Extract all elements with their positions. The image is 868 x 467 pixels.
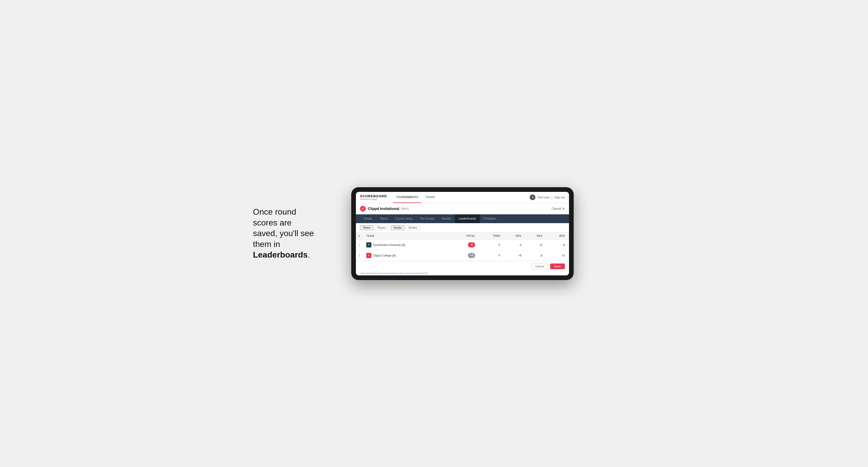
- tab-printables[interactable]: Printables: [480, 214, 500, 223]
- footer-cancel-button[interactable]: Cancel: [531, 263, 548, 270]
- tab-teams[interactable]: Teams: [376, 214, 392, 223]
- table-row: 1 S Scoreboard University [A] -5 F -4 +5…: [356, 240, 569, 250]
- nav-teams[interactable]: TEAMS: [422, 192, 438, 203]
- cell-rd1: -4: [503, 240, 524, 250]
- filter-strokes[interactable]: Strokes: [406, 225, 420, 230]
- score-badge: +3: [468, 253, 475, 258]
- team-logo: C: [366, 253, 371, 258]
- page-wrapper: Once round scores are saved, you'll see …: [253, 187, 615, 280]
- url-bar: https://stage-blue-coach.stageskoreboard…: [356, 272, 569, 275]
- cell-rank: 1: [356, 240, 364, 250]
- footer-save-button[interactable]: Save: [550, 263, 565, 269]
- col-total: TOTAL: [450, 232, 478, 240]
- team-name: Clippd College [A]: [373, 254, 396, 257]
- filter-teams[interactable]: Teams: [360, 225, 373, 230]
- cell-team: C Clippd College [A]: [364, 250, 450, 261]
- nav-links: TOURNAMENTS TEAMS: [393, 192, 530, 203]
- team-name: Scoreboard University [A]: [373, 243, 405, 246]
- tournament-gender: (Men): [401, 207, 409, 211]
- cell-thru: F: [478, 240, 503, 250]
- tablet-device: SCOREBOARD Powered by clippd TOURNAMENTS…: [351, 187, 574, 280]
- close-icon: ✕: [562, 207, 565, 211]
- desc-line2: scores are: [253, 218, 291, 227]
- cell-total: +3: [450, 250, 478, 261]
- desc-line1: Once round: [253, 207, 296, 216]
- filter-players[interactable]: Players: [374, 225, 389, 230]
- powered-by: Powered by clippd: [360, 198, 387, 200]
- col-thru: THRU: [478, 232, 503, 240]
- nav-tournaments[interactable]: TOURNAMENTS: [393, 192, 421, 203]
- tournament-icon: C: [360, 206, 366, 212]
- tournament-name: Clippd Invitational: [368, 207, 399, 211]
- tab-nav: Details Teams Course Setup Tee Groups Re…: [356, 214, 569, 223]
- content-area: # TEAM TOTAL THRU RD1 RD2 RD3 1 S: [356, 232, 569, 261]
- brand-name: clippd: [371, 198, 377, 200]
- table-row: 2 C Clippd College [A] +3 F +8 -8 +3: [356, 250, 569, 261]
- col-rd3: RD3: [545, 232, 569, 240]
- tournament-header: C Clippd Invitational (Men) Cancel ✕: [356, 203, 569, 214]
- cell-thru: F: [478, 250, 503, 261]
- tournament-cancel-button[interactable]: Cancel ✕: [552, 207, 565, 211]
- cell-rd3: -6: [545, 240, 569, 250]
- logo-area: SCOREBOARD Powered by clippd: [360, 194, 387, 200]
- cell-rd2: -8: [524, 250, 545, 261]
- top-nav: SCOREBOARD Powered by clippd TOURNAMENTS…: [356, 192, 569, 203]
- col-rank: #: [356, 232, 364, 240]
- user-name: Test User: [537, 196, 549, 199]
- col-rd2: RD2: [524, 232, 545, 240]
- avatar: S: [530, 194, 535, 200]
- tab-details[interactable]: Details: [360, 214, 376, 223]
- col-rd1: RD1: [503, 232, 524, 240]
- cell-rank: 2: [356, 250, 364, 261]
- table-header-row: # TEAM TOTAL THRU RD1 RD2 RD3: [356, 232, 569, 240]
- filter-bar: Teams Players Scores Strokes: [356, 223, 569, 232]
- cell-team: S Scoreboard University [A]: [364, 240, 450, 250]
- tab-course-setup[interactable]: Course Setup: [392, 214, 416, 223]
- url-text: https://stage-blue-coach.stageskoreboard…: [360, 272, 428, 274]
- tab-tee-groups[interactable]: Tee Groups: [416, 214, 438, 223]
- user-area: S Test User | Sign out: [530, 194, 565, 200]
- sign-out-link[interactable]: Sign out: [555, 196, 565, 199]
- cell-rd2: +5: [524, 240, 545, 250]
- left-description: Once round scores are saved, you'll see …: [253, 207, 336, 260]
- tab-results[interactable]: Results: [438, 214, 455, 223]
- team-logo: S: [366, 242, 371, 247]
- tab-leaderboards[interactable]: Leaderboards: [455, 214, 480, 223]
- separator: |: [552, 196, 553, 199]
- filter-scores[interactable]: Scores: [391, 225, 404, 230]
- cell-total: -5: [450, 240, 478, 250]
- score-badge: -5: [468, 242, 475, 247]
- desc-line3: saved, you'll see: [253, 228, 314, 238]
- app-logo: SCOREBOARD: [360, 194, 387, 198]
- footer-bar: Cancel Save: [356, 261, 569, 272]
- desc-line4: them in: [253, 240, 280, 249]
- desc-line5-bold: Leaderboards: [253, 250, 308, 259]
- cell-rd3: +3: [545, 250, 569, 261]
- desc-line5-end: .: [308, 250, 310, 259]
- cell-rd1: +8: [503, 250, 524, 261]
- col-team: TEAM: [364, 232, 450, 240]
- tablet-screen: SCOREBOARD Powered by clippd TOURNAMENTS…: [356, 192, 569, 275]
- leaderboard-table: # TEAM TOTAL THRU RD1 RD2 RD3 1 S: [356, 232, 569, 261]
